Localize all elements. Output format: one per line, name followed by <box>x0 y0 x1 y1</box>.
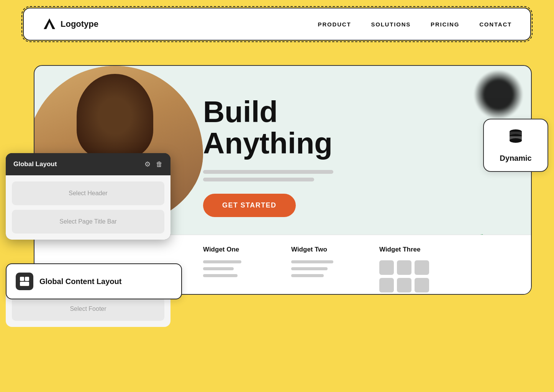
svg-rect-3 <box>25 277 29 281</box>
select-header-button[interactable]: Select Header <box>12 181 164 205</box>
content-layout-badge: Global Content Layout <box>6 263 182 299</box>
hero-line-1 <box>203 170 333 174</box>
cta-button[interactable]: GET STARTED <box>203 194 296 217</box>
nav-product[interactable]: PRODUCT <box>318 21 351 28</box>
settings-icon[interactable]: ⚙ <box>144 160 151 168</box>
widget-sq-2 <box>397 260 411 275</box>
widget-squares-grid <box>379 260 429 292</box>
nav-links: PRODUCT SOLUTIONS PRICING CONTACT <box>318 21 512 28</box>
widget-one-line-3 <box>203 274 238 277</box>
widget-sq-1 <box>379 260 394 275</box>
svg-rect-2 <box>20 277 24 281</box>
widget-sq-3 <box>415 260 429 275</box>
hero-placeholder-lines <box>203 170 454 181</box>
dynamic-label: Dynamic <box>500 154 531 163</box>
select-page-title-bar-button[interactable]: Select Page Title Bar <box>12 210 164 234</box>
panel-body: Select Header Select Page Title Bar <box>6 175 170 240</box>
global-layout-panel: Global Layout ⚙ 🗑 Select Header Select P… <box>6 153 170 240</box>
widget-two-line-2 <box>291 267 328 270</box>
layout-grid-icon <box>19 276 30 287</box>
dynamic-badge: Dynamic <box>483 119 548 172</box>
widget-one-title: Widget One <box>203 246 253 253</box>
logo-icon <box>42 17 57 31</box>
nav-solutions[interactable]: SOLUTIONS <box>371 21 411 28</box>
panel-icon-group: ⚙ 🗑 <box>144 160 163 168</box>
widget-two-title: Widget Two <box>291 246 341 253</box>
nav-contact[interactable]: CONTACT <box>479 21 512 28</box>
widget-one-line-2 <box>203 267 234 270</box>
svg-point-9 <box>510 138 522 143</box>
delete-icon[interactable]: 🗑 <box>156 160 163 168</box>
logo-text: Logotype <box>61 19 98 29</box>
widget-sq-5 <box>397 278 411 292</box>
select-footer-button[interactable]: Select Footer <box>12 297 164 321</box>
widget-two-line-3 <box>291 274 324 277</box>
widget-three-col: Widget Three <box>379 246 429 292</box>
header-nav-card: Logotype PRODUCT SOLUTIONS PRICING CONTA… <box>23 8 531 41</box>
widget-sq-4 <box>379 278 394 292</box>
panel-header: Global Layout ⚙ 🗑 <box>6 153 170 175</box>
widget-two-col: Widget Two <box>291 246 341 277</box>
widget-one-line-1 <box>203 260 241 263</box>
panel-title: Global Layout <box>13 160 57 168</box>
hero-text-area: Build Anything GET STARTED <box>203 96 454 217</box>
widget-sq-6 <box>415 278 429 292</box>
widget-three-title: Widget Three <box>379 246 429 253</box>
logo-wrap: Logotype <box>42 17 98 31</box>
widget-one-col: Widget One <box>203 246 253 277</box>
content-layout-label: Global Content Layout <box>39 277 121 286</box>
database-icon <box>507 128 524 149</box>
content-layout-icon <box>16 273 33 290</box>
widget-two-line-1 <box>291 260 333 263</box>
splat-black-decoration <box>474 70 523 119</box>
nav-pricing[interactable]: PRICING <box>431 21 459 28</box>
svg-rect-4 <box>20 282 29 286</box>
hero-line-2 <box>203 178 314 181</box>
hero-title: Build Anything <box>203 96 454 159</box>
